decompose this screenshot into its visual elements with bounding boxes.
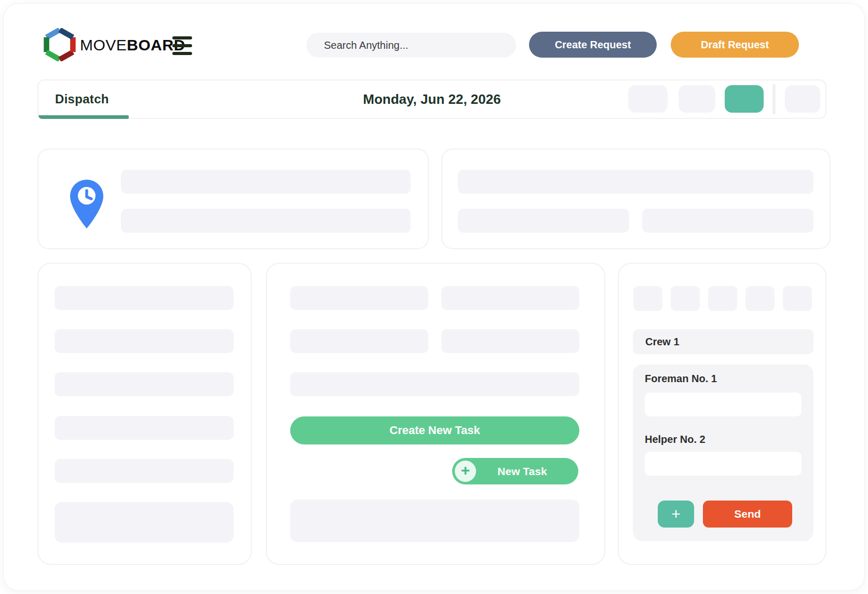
toolbar-divider bbox=[772, 84, 776, 114]
tab-dispatch[interactable]: Dispatch bbox=[55, 80, 109, 118]
skeleton-bar bbox=[642, 209, 813, 233]
add-crew-member-button[interactable]: + bbox=[658, 501, 694, 528]
send-button[interactable]: Send bbox=[703, 501, 792, 528]
view-toggle-button-3[interactable] bbox=[785, 85, 820, 113]
brand-name: MOVEBOARD bbox=[80, 36, 185, 54]
crew-assignment-form: Foreman No. 1 Helper No. 2 + Send bbox=[633, 365, 813, 541]
skeleton-bar bbox=[55, 502, 234, 543]
crew-tab-placeholder-1[interactable] bbox=[633, 286, 662, 311]
tab-bar: Dispatch Monday, Jun 22, 2026 bbox=[37, 79, 826, 119]
draft-request-button[interactable]: Draft Request bbox=[671, 32, 799, 58]
skeleton-bar bbox=[55, 459, 234, 483]
active-tab-indicator bbox=[38, 115, 129, 119]
search-input[interactable] bbox=[306, 33, 516, 58]
skeleton-bar bbox=[55, 372, 234, 396]
hamburger-menu-icon bbox=[172, 36, 192, 55]
skeleton-bar bbox=[441, 329, 579, 353]
job-list-panel bbox=[37, 263, 252, 565]
task-panel: Create New Task + New Task bbox=[266, 263, 605, 565]
menu-button[interactable] bbox=[172, 36, 192, 56]
create-request-button[interactable]: Create Request bbox=[529, 32, 657, 58]
crew-selector[interactable]: Crew 1 bbox=[633, 329, 813, 354]
new-task-label: New Task bbox=[476, 465, 576, 478]
skeleton-bar bbox=[121, 209, 411, 233]
view-toggle-button-active[interactable] bbox=[725, 85, 764, 113]
skeleton-bar bbox=[55, 416, 234, 440]
summary-card bbox=[441, 148, 831, 249]
skeleton-bar bbox=[290, 329, 428, 353]
skeleton-bar bbox=[290, 500, 579, 542]
crew-tab-placeholder-3[interactable] bbox=[708, 286, 737, 311]
plus-icon: + bbox=[455, 461, 476, 482]
skeleton-bar bbox=[441, 286, 579, 310]
skeleton-bar bbox=[290, 372, 579, 396]
create-new-task-button[interactable]: Create New Task bbox=[290, 416, 579, 444]
crew-panel: Crew 1 Foreman No. 1 Helper No. 2 + Send bbox=[618, 263, 826, 565]
time-location-card bbox=[37, 148, 429, 249]
skeleton-bar bbox=[458, 209, 629, 233]
view-toggle-button-1[interactable] bbox=[628, 85, 668, 113]
brand-name-regular: MOVE bbox=[80, 36, 127, 53]
view-toggle-button-2[interactable] bbox=[679, 85, 715, 113]
crew-tab-placeholder-5[interactable] bbox=[783, 286, 812, 311]
helper-input[interactable] bbox=[645, 452, 802, 476]
skeleton-bar bbox=[55, 286, 234, 310]
foreman-input[interactable] bbox=[645, 393, 802, 416]
foreman-label: Foreman No. 1 bbox=[645, 373, 717, 385]
location-clock-pin-icon bbox=[70, 180, 103, 228]
crew-tab-placeholder-4[interactable] bbox=[745, 286, 775, 311]
skeleton-bar bbox=[290, 286, 428, 310]
skeleton-bar bbox=[121, 170, 411, 194]
crew-tab-placeholder-2[interactable] bbox=[671, 286, 700, 311]
new-task-button[interactable]: + New Task bbox=[452, 458, 578, 484]
helper-label: Helper No. 2 bbox=[645, 434, 706, 446]
skeleton-bar bbox=[55, 329, 234, 353]
logo-icon bbox=[44, 28, 76, 61]
skeleton-bar bbox=[458, 170, 813, 194]
